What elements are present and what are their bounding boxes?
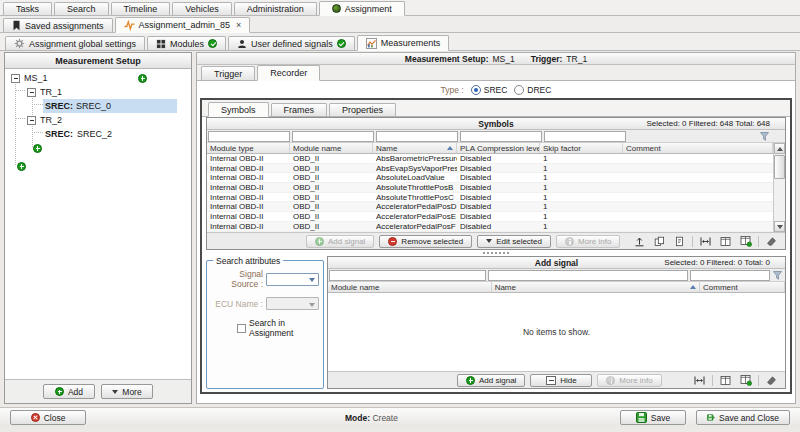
bookmark-icon [12, 20, 21, 31]
save-icon [636, 412, 647, 423]
measurement-setup-panel: Measurement Setup MS_1 TR_1 SREC: SREC_0… [4, 52, 192, 404]
filter-input-module-type[interactable] [208, 131, 290, 142]
search-in-assignment-checkbox[interactable] [237, 324, 246, 333]
add-icon[interactable] [33, 144, 42, 153]
table-row[interactable]: Internal OBD-IIOBD_IIAcceleratorPedalPos… [207, 222, 773, 232]
signal-source-select[interactable] [266, 273, 319, 286]
column-comment[interactable]: Comment [700, 282, 785, 292]
tab-search[interactable]: Search [54, 2, 109, 15]
toolbar-separator [758, 236, 759, 247]
table-row[interactable]: Internal OBD-IIOBD_IIAcceleratorPedalPos… [207, 212, 773, 222]
edit-selected-button[interactable]: Edit selected [477, 235, 551, 248]
column-module-name[interactable]: Module name [290, 143, 373, 153]
filter-input-module-name[interactable] [292, 131, 374, 142]
radio-srec[interactable]: SREC [471, 85, 508, 95]
tab-vehicles[interactable]: Vehicles [172, 2, 232, 15]
scroll-down-button[interactable] [774, 221, 785, 232]
filter-icon[interactable] [772, 270, 783, 281]
clear-filter-button[interactable] [764, 374, 779, 387]
tab-symbols[interactable]: Symbols [208, 102, 269, 117]
column-name[interactable]: Name [492, 282, 700, 292]
more-info-button[interactable]: More info [597, 374, 661, 387]
tab-user-defined-signals[interactable]: User defined signals [228, 36, 355, 50]
save-and-close-button[interactable]: Save and Close [696, 410, 790, 425]
add-columns-button[interactable] [738, 374, 753, 387]
table-row[interactable]: Internal OBD-IIOBD_IIAbsoluteLoadValueDi… [207, 173, 773, 183]
filter-input-name[interactable] [488, 270, 688, 281]
show-columns-button[interactable] [718, 374, 733, 387]
tab-assignment[interactable]: Assignment [319, 1, 405, 16]
add-signal-button[interactable]: Add signal [457, 374, 525, 387]
tab-assignment-admin-85[interactable]: Assignment_admin_85 × [115, 17, 251, 33]
tab-trigger[interactable]: Trigger [201, 66, 255, 80]
save-button[interactable]: Save [620, 410, 686, 425]
paste-button[interactable] [672, 235, 687, 248]
fit-columns-button[interactable] [698, 235, 713, 248]
collapse-icon[interactable] [27, 116, 36, 125]
tree-node-tr1[interactable]: TR_1 [5, 85, 191, 99]
add-columns-button[interactable] [738, 235, 753, 248]
tab-frames[interactable]: Frames [271, 103, 328, 116]
measurement-setup-tree: MS_1 TR_1 SREC: SREC_0 TR_2 SREC: SREC_2 [5, 69, 191, 379]
tab-timeline[interactable]: Timeline [111, 2, 171, 15]
search-in-assignment-row[interactable]: Search in Assignment [237, 318, 319, 338]
collapse-icon[interactable] [27, 88, 36, 97]
more-button[interactable]: More [101, 384, 153, 399]
column-name[interactable]: Name [373, 143, 457, 153]
fit-columns-button[interactable] [692, 374, 707, 387]
filter-input-comment[interactable] [690, 270, 770, 281]
collapse-icon[interactable] [11, 74, 20, 83]
add-button[interactable]: Add [43, 384, 95, 399]
gear-icon [14, 38, 25, 49]
more-info-button[interactable]: More info [556, 235, 620, 248]
tree-node-srec0[interactable]: SREC: SREC_0 [5, 99, 191, 113]
close-tab-icon[interactable]: × [236, 20, 241, 30]
tab-tasks[interactable]: Tasks [3, 2, 52, 15]
tree-add-measurement-node[interactable] [5, 159, 191, 173]
table-row[interactable]: Internal OBD-IIOBD_IIAbsoluteThrottlePos… [207, 193, 773, 203]
add-icon[interactable] [17, 162, 26, 171]
table-row[interactable]: Internal OBD-IIOBD_IIAbsBarometricPressu… [207, 154, 773, 164]
table-row[interactable]: Internal OBD-IIOBD_IIAbsoluteThrottlePos… [207, 183, 773, 193]
clear-filter-button[interactable] [764, 235, 779, 248]
tab-recorder[interactable]: Recorder [257, 65, 320, 81]
column-comment[interactable]: Comment [623, 143, 773, 153]
add-icon[interactable] [138, 74, 147, 83]
filter-input-pla[interactable] [460, 131, 542, 142]
column-module-type[interactable]: Module type [207, 143, 290, 153]
table-row[interactable]: Internal OBD-IIOBD_IIAbsEvapSysVaporPres… [207, 164, 773, 174]
close-button[interactable]: Close [10, 410, 86, 425]
filter-icon[interactable] [759, 131, 770, 142]
table-row[interactable]: Internal OBD-IIOBD_IIAcceleratorPedalPos… [207, 202, 773, 212]
add-signal-column-headers: Module name Name Comment [328, 282, 785, 293]
copy-button[interactable] [652, 235, 667, 248]
export-button[interactable] [632, 235, 647, 248]
show-columns-button[interactable] [718, 235, 733, 248]
tab-measurements[interactable]: Measurements [357, 35, 450, 51]
filter-input-name[interactable] [376, 131, 458, 142]
tab-administration[interactable]: Administration [234, 2, 317, 15]
tab-modules[interactable]: Modules [147, 36, 226, 50]
filter-input-module-name[interactable] [329, 270, 486, 281]
add-signal-counts: Selected: 0 Filtered: 0 Total: 0 [664, 258, 785, 267]
symbols-rows: Internal OBD-IIOBD_IIAbsBarometricPressu… [207, 154, 785, 232]
scrollbar-thumb[interactable] [774, 155, 785, 179]
tree-node-ms1[interactable]: MS_1 [5, 71, 191, 85]
signals-complete-icon [337, 39, 346, 48]
radio-drec[interactable]: DREC [514, 85, 551, 95]
tree-node-srec2[interactable]: SREC: SREC_2 [5, 127, 191, 141]
column-module-name[interactable]: Module name [328, 282, 492, 292]
hide-button[interactable]: Hide [530, 374, 592, 387]
filter-input-skip[interactable] [544, 131, 626, 142]
add-signal-button[interactable]: Add signal [306, 235, 374, 248]
scroll-up-button[interactable] [774, 143, 785, 154]
remove-selected-button[interactable]: Remove selected [379, 235, 472, 248]
tree-node-tr2[interactable]: TR_2 [5, 113, 191, 127]
tab-properties[interactable]: Properties [329, 103, 396, 116]
tab-assignment-global-settings[interactable]: Assignment global settings [5, 36, 145, 50]
tab-saved-assignments[interactable]: Saved assignments [3, 18, 113, 32]
tree-add-trigger-node[interactable] [5, 141, 191, 155]
column-pla[interactable]: PLA Compression level [457, 143, 540, 153]
column-skip-factor[interactable]: Skip factor [540, 143, 623, 153]
vertical-scrollbar[interactable] [773, 143, 785, 232]
